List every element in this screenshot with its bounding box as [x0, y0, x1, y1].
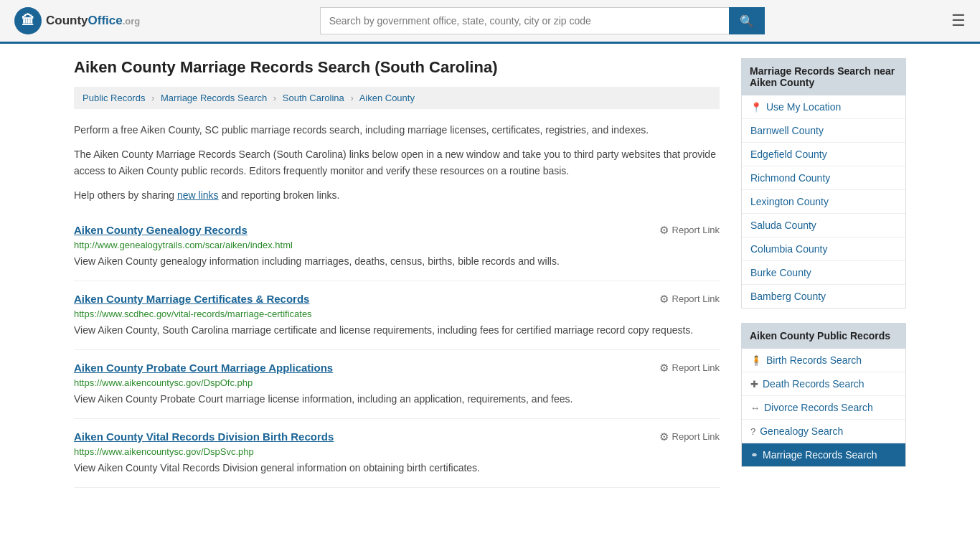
record-url-probate: https://www.aikencountysc.gov/DspOfc.php — [74, 377, 720, 388]
record-desc-genealogy: View Aiken County genealogy information … — [74, 254, 720, 269]
sidebar-label-columbia: Columbia County — [750, 243, 827, 255]
sidebar-link-use-my-location[interactable]: 📍 Use My Location — [742, 95, 905, 118]
site-header: 🏛 CountyOffice.org 🔍 ☰ — [0, 0, 980, 44]
record-header-genealogy: Aiken County Genealogy Records ⚙ Report … — [74, 224, 720, 237]
record-title-vital[interactable]: Aiken County Vital Records Division Birt… — [74, 430, 334, 443]
breadcrumb-marriage-records-search[interactable]: Marriage Records Search — [161, 93, 267, 103]
report-link-btn-vital[interactable]: ⚙ Report Link — [659, 430, 720, 443]
sidebar-link-bamberg[interactable]: Bamberg County — [742, 285, 905, 308]
page-title: Aiken County Marriage Records Search (So… — [74, 58, 720, 77]
sidebar-label-burke: Burke County — [750, 267, 811, 278]
breadcrumb-aiken-county[interactable]: Aiken County — [359, 93, 415, 103]
record-url-certificates: https://www.scdhec.gov/vital-records/mar… — [74, 309, 720, 319]
breadcrumb-sep-3: › — [350, 93, 353, 103]
sidebar-label-bamberg: Bamberg County — [750, 291, 826, 302]
sidebar-item-divorce-records[interactable]: ↔ Divorce Records Search — [742, 396, 905, 420]
sidebar-link-columbia[interactable]: Columbia County — [742, 237, 905, 260]
sidebar: Marriage Records Search near Aiken Count… — [741, 58, 906, 488]
report-link-label-certificates: Report Link — [672, 293, 720, 304]
search-input[interactable] — [320, 7, 729, 34]
report-icon-genealogy: ⚙ — [659, 224, 669, 237]
sidebar-link-birth-records[interactable]: 🧍 Birth Records Search — [742, 349, 905, 372]
sidebar-item-birth-records[interactable]: 🧍 Birth Records Search — [742, 349, 905, 372]
sidebar-link-marriage-records-search[interactable]: ⚭ Marriage Records Search — [742, 443, 905, 466]
record-desc-probate: View Aiken County Probate Court marriage… — [74, 392, 720, 407]
breadcrumb-public-records[interactable]: Public Records — [83, 93, 145, 103]
sidebar-item-richmond[interactable]: Richmond County — [742, 166, 905, 190]
question-icon: ? — [750, 426, 755, 437]
sidebar-link-divorce-records[interactable]: ↔ Divorce Records Search — [742, 396, 905, 419]
sidebar-item-bamberg[interactable]: Bamberg County — [742, 285, 905, 308]
sidebar-item-columbia[interactable]: Columbia County — [742, 237, 905, 261]
person-icon: 🧍 — [750, 355, 762, 366]
description-1: Perform a free Aiken County, SC public m… — [74, 122, 720, 138]
location-pin-icon: 📍 — [750, 102, 762, 113]
main-container: Aiken County Marriage Records Search (So… — [60, 44, 920, 502]
description-3: Help others by sharing new links and rep… — [74, 187, 720, 203]
sidebar-label-saluda: Saluda County — [750, 220, 816, 231]
record-item-certificates: Aiken County Marriage Certificates & Rec… — [74, 281, 720, 350]
sidebar-item-marriage-records-search[interactable]: ⚭ Marriage Records Search — [742, 443, 905, 466]
sidebar-item-lexington[interactable]: Lexington County — [742, 190, 905, 214]
sidebar-item-use-my-location[interactable]: 📍 Use My Location — [742, 95, 905, 119]
record-header-vital: Aiken County Vital Records Division Birt… — [74, 430, 720, 443]
logo-text: CountyOffice.org — [46, 14, 140, 28]
report-link-label-genealogy: Report Link — [672, 225, 720, 235]
record-url-vital: https://www.aikencountysc.gov/DspSvc.php — [74, 446, 720, 457]
new-links-link[interactable]: new links — [177, 189, 219, 201]
sidebar-nearby-section: Marriage Records Search near Aiken Count… — [741, 58, 906, 309]
sidebar-label-richmond: Richmond County — [750, 172, 830, 184]
record-title-certificates[interactable]: Aiken County Marriage Certificates & Rec… — [74, 293, 309, 305]
sidebar-nearby-list: 📍 Use My Location Barnwell County Edgefi… — [741, 95, 906, 309]
breadcrumb-sep-1: › — [151, 93, 154, 103]
search-area: 🔍 — [320, 7, 765, 34]
record-header-probate: Aiken County Probate Court Marriage Appl… — [74, 362, 720, 375]
record-title-genealogy[interactable]: Aiken County Genealogy Records — [74, 224, 248, 236]
hamburger-menu-button[interactable]: ☰ — [951, 11, 966, 30]
sidebar-link-lexington[interactable]: Lexington County — [742, 190, 905, 213]
sidebar-label-use-my-location: Use My Location — [766, 101, 841, 113]
sidebar-link-edgefield[interactable]: Edgefield County — [742, 143, 905, 166]
marriage-icon: ⚭ — [750, 450, 758, 461]
sidebar-label-death-records: Death Records Search — [763, 378, 864, 390]
sidebar-label-birth-records: Birth Records Search — [766, 354, 862, 366]
sidebar-public-records-list: 🧍 Birth Records Search ✚ Death Records S… — [741, 349, 906, 467]
sidebar-item-saluda[interactable]: Saluda County — [742, 214, 905, 237]
sidebar-item-barnwell[interactable]: Barnwell County — [742, 119, 905, 143]
report-link-btn-probate[interactable]: ⚙ Report Link — [659, 362, 720, 375]
sidebar-label-barnwell: Barnwell County — [750, 125, 824, 136]
record-item-vital: Aiken County Vital Records Division Birt… — [74, 419, 720, 488]
breadcrumb-sep-2: › — [273, 93, 276, 103]
sidebar-item-death-records[interactable]: ✚ Death Records Search — [742, 372, 905, 396]
breadcrumb: Public Records › Marriage Records Search… — [74, 87, 720, 109]
sidebar-item-genealogy-search[interactable]: ? Genealogy Search — [742, 420, 905, 443]
breadcrumb-south-carolina[interactable]: South Carolina — [283, 93, 344, 103]
content-area: Aiken County Marriage Records Search (So… — [74, 58, 720, 488]
logo-area: 🏛 CountyOffice.org — [14, 7, 140, 34]
sidebar-link-richmond[interactable]: Richmond County — [742, 166, 905, 189]
search-button[interactable]: 🔍 — [729, 7, 765, 34]
sidebar-label-marriage-records-search: Marriage Records Search — [763, 449, 877, 461]
sidebar-label-edgefield: Edgefield County — [750, 149, 827, 160]
sidebar-link-saluda[interactable]: Saluda County — [742, 214, 905, 237]
logo-icon: 🏛 — [14, 7, 42, 34]
sidebar-label-divorce-records: Divorce Records Search — [764, 402, 873, 413]
report-link-btn-genealogy[interactable]: ⚙ Report Link — [659, 224, 720, 237]
report-link-btn-certificates[interactable]: ⚙ Report Link — [659, 293, 720, 306]
sidebar-link-burke[interactable]: Burke County — [742, 261, 905, 284]
arrows-icon: ↔ — [750, 402, 760, 413]
sidebar-link-barnwell[interactable]: Barnwell County — [742, 119, 905, 142]
sidebar-nearby-title: Marriage Records Search near Aiken Count… — [741, 58, 906, 95]
sidebar-link-death-records[interactable]: ✚ Death Records Search — [742, 372, 905, 395]
sidebar-public-records-section: Aiken County Public Records 🧍 Birth Reco… — [741, 323, 906, 467]
sidebar-item-edgefield[interactable]: Edgefield County — [742, 143, 905, 166]
sidebar-public-records-title: Aiken County Public Records — [741, 323, 906, 349]
cross-icon: ✚ — [750, 379, 758, 390]
record-item-genealogy: Aiken County Genealogy Records ⚙ Report … — [74, 212, 720, 281]
sidebar-item-burke[interactable]: Burke County — [742, 261, 905, 285]
report-link-label-probate: Report Link — [672, 362, 720, 373]
sidebar-link-genealogy-search[interactable]: ? Genealogy Search — [742, 420, 905, 443]
record-title-probate[interactable]: Aiken County Probate Court Marriage Appl… — [74, 362, 333, 374]
record-item-probate: Aiken County Probate Court Marriage Appl… — [74, 350, 720, 419]
sidebar-label-genealogy-search: Genealogy Search — [760, 425, 843, 437]
